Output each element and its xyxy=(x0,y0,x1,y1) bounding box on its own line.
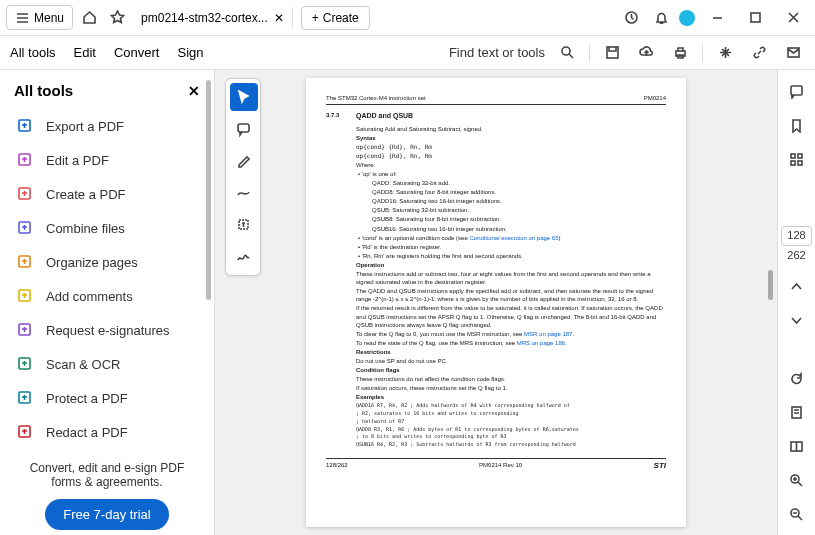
tool-icon xyxy=(16,117,34,135)
email-button[interactable] xyxy=(781,41,805,65)
sidebar-item-0[interactable]: Export a PDF xyxy=(0,109,214,143)
maximize-button[interactable] xyxy=(739,4,771,32)
example-line: QADD16 R7, R4, R2 ; Adds halfwords of R4… xyxy=(356,402,666,409)
doc-link[interactable]: MRS on page 186 xyxy=(517,340,565,346)
svg-rect-18 xyxy=(791,86,802,95)
sidebar-title: All tools xyxy=(14,82,73,99)
toolbar: All tools Edit Convert Sign Find text or… xyxy=(0,36,815,70)
sidebar-item-label: Export a PDF xyxy=(46,119,124,134)
para: To clear the Q flag to 0, you must use t… xyxy=(356,330,666,338)
search-button[interactable] xyxy=(555,41,579,65)
section-subtitle: Saturating Add and Saturating Subtract, … xyxy=(356,125,666,133)
close-tab-icon[interactable]: ✕ xyxy=(274,11,284,25)
draw-tool[interactable] xyxy=(230,179,258,207)
text-select-icon xyxy=(236,217,252,233)
sidebar-close[interactable]: ✕ xyxy=(188,83,200,99)
example-line: ; halfword of R7 xyxy=(356,418,666,425)
sidebar-item-9[interactable]: Redact a PDF xyxy=(0,415,214,449)
create-label: Create xyxy=(323,11,359,25)
link-button[interactable] xyxy=(747,41,771,65)
svg-point-2 xyxy=(562,47,570,55)
sidebar-item-7[interactable]: Scan & OCR xyxy=(0,347,214,381)
cloud-button[interactable] xyxy=(634,41,658,65)
star-icon xyxy=(110,10,125,25)
create-button[interactable]: +Create xyxy=(301,6,370,30)
close-button[interactable] xyxy=(777,4,809,32)
page-up-button[interactable] xyxy=(786,275,808,297)
sign-tool[interactable] xyxy=(230,243,258,271)
page-footer-center: PM0214 Rev 10 xyxy=(479,461,522,472)
page-display-button[interactable] xyxy=(786,401,808,423)
doc-link[interactable]: Conditional execution on page 65 xyxy=(469,235,558,241)
star-button[interactable] xyxy=(105,6,129,30)
sidebar-header: All tools ✕ xyxy=(0,82,214,109)
svg-rect-21 xyxy=(791,161,795,165)
zoom-out-button[interactable] xyxy=(786,503,808,525)
sidebar-item-label: Edit a PDF xyxy=(46,153,109,168)
select-tool[interactable] xyxy=(230,83,258,111)
sidebar-item-label: Add comments xyxy=(46,289,133,304)
op-item: QSUB8: Saturating four 8-bit integer sub… xyxy=(356,215,666,223)
avatar[interactable] xyxy=(679,10,695,26)
sidebar-item-3[interactable]: Combine files xyxy=(0,211,214,245)
sidebar-item-label: Organize pages xyxy=(46,255,138,270)
minimize-button[interactable] xyxy=(701,4,733,32)
para: These instructions do not affect the con… xyxy=(356,375,666,383)
tab-convert[interactable]: Convert xyxy=(114,45,160,60)
doc-link[interactable]: MSR on page 187 xyxy=(524,331,572,337)
current-page-input[interactable]: 128 xyxy=(781,226,811,245)
read-mode-button[interactable] xyxy=(786,435,808,457)
tool-icon xyxy=(16,389,34,407)
tab-sign[interactable]: Sign xyxy=(177,45,203,60)
notifications-button[interactable] xyxy=(649,6,673,30)
example-line: QADD8 R3, R1, R6 ; Adds bytes of R1 to c… xyxy=(356,426,666,433)
bookmarks-button[interactable] xyxy=(786,114,808,136)
page-down-button[interactable] xyxy=(786,309,808,331)
comment-tool[interactable] xyxy=(230,115,258,143)
trial-button[interactable]: Free 7-day trial xyxy=(45,499,168,530)
hamburger-icon xyxy=(15,10,30,25)
print-icon xyxy=(673,45,688,60)
menu-button[interactable]: Menu xyxy=(6,5,73,30)
print-button[interactable] xyxy=(668,41,692,65)
syntax-heading: Syntax xyxy=(356,134,666,142)
home-button[interactable] xyxy=(77,6,101,30)
tab-edit[interactable]: Edit xyxy=(74,45,96,60)
main-area: All tools ✕ Export a PDFEdit a PDFCreate… xyxy=(0,70,815,535)
page-footer-logo: STI xyxy=(654,461,666,472)
thumbnails-button[interactable] xyxy=(786,148,808,170)
rotate-icon xyxy=(789,371,804,386)
example-line: ; R2, saturates to 16 bits and writes to… xyxy=(356,410,666,417)
text-select-tool[interactable] xyxy=(230,211,258,239)
sidebar-item-2[interactable]: Create a PDF xyxy=(0,177,214,211)
sidebar-item-8[interactable]: Protect a PDF xyxy=(0,381,214,415)
op-item: QSUB16: Saturating two 16-bit integer su… xyxy=(356,225,666,233)
cloud-icon xyxy=(639,45,654,60)
save-button[interactable] xyxy=(600,41,624,65)
minimize-icon xyxy=(710,10,725,25)
chat-panel-button[interactable] xyxy=(786,80,808,102)
bookmark-icon xyxy=(789,118,804,133)
sidebar-item-4[interactable]: Organize pages xyxy=(0,245,214,279)
sidebar-item-5[interactable]: Add comments xyxy=(0,279,214,313)
svg-rect-22 xyxy=(798,161,802,165)
ai-button[interactable] xyxy=(713,41,737,65)
zoom-in-button[interactable] xyxy=(786,469,808,491)
tool-icon xyxy=(16,423,34,441)
document-tab[interactable]: pm0214-stm32-cortex...✕ xyxy=(133,7,293,29)
chevron-up-icon xyxy=(789,279,804,294)
highlight-tool[interactable] xyxy=(230,147,258,175)
sidebar-item-1[interactable]: Edit a PDF xyxy=(0,143,214,177)
document-scrollbar[interactable] xyxy=(768,270,773,300)
tab-all-tools[interactable]: All tools xyxy=(10,45,56,60)
example-line: QSUB16 R4, R2, R3 ; Subtracts halfwords … xyxy=(356,441,666,448)
text: • 'cond' is an optional condition code (… xyxy=(358,235,469,241)
sidebar-item-6[interactable]: Request e-signatures xyxy=(0,313,214,347)
svg-rect-16 xyxy=(238,124,249,132)
sidebar-scrollbar[interactable] xyxy=(206,80,211,300)
history-button[interactable] xyxy=(619,6,643,30)
tool-icon xyxy=(16,321,34,339)
chevron-down-icon xyxy=(789,313,804,328)
rotate-button[interactable] xyxy=(786,367,808,389)
sidebar-item-label: Combine files xyxy=(46,221,125,236)
